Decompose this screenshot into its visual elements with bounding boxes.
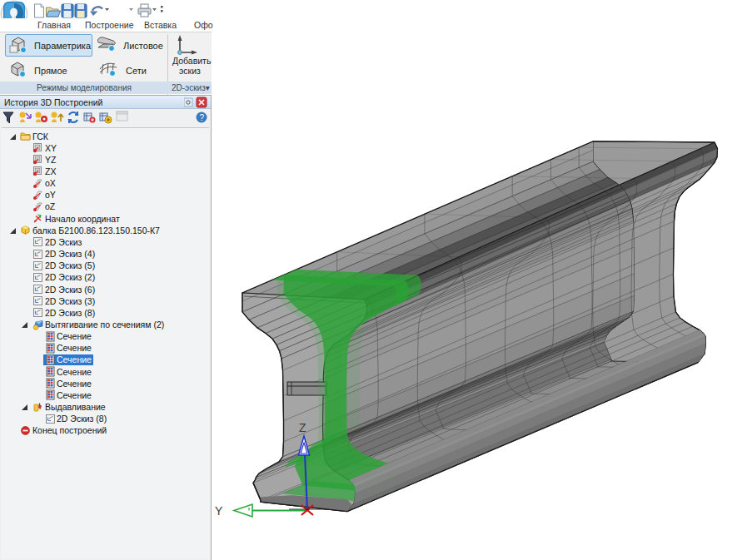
svg-text:Z: Z (299, 421, 306, 434)
svg-text:Y: Y (215, 504, 223, 518)
